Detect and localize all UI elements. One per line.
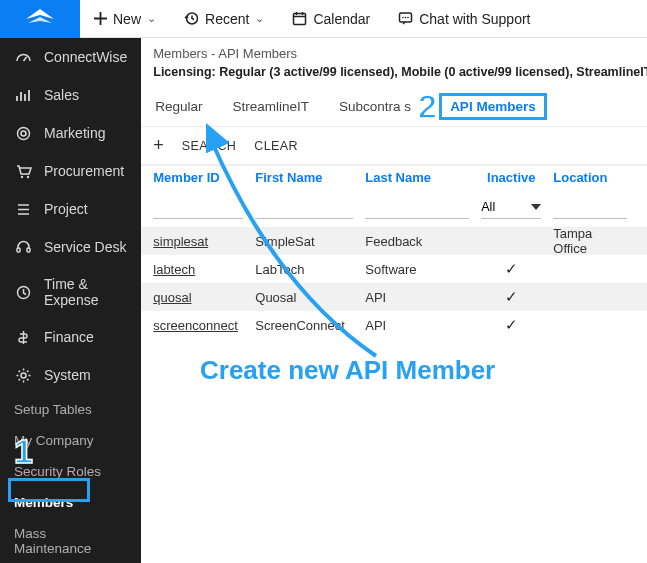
clock-icon xyxy=(14,283,32,301)
sidebar-item-finance[interactable]: Finance xyxy=(0,318,141,356)
tabs-row: Regular StreamlineIT Subcontra s API Mem… xyxy=(141,87,647,127)
col-firstname[interactable]: First Name xyxy=(249,170,359,185)
sidebar-label: Sales xyxy=(44,87,79,103)
add-button[interactable]: + xyxy=(153,135,164,156)
table-row: quosalQuosalAPI✓ xyxy=(141,283,647,311)
table-row: simplesatSimpleSatFeedbackTampa Office xyxy=(141,227,647,255)
breadcrumb: Members - API Members xyxy=(141,38,647,63)
gear-icon xyxy=(14,366,32,384)
col-lastname[interactable]: Last Name xyxy=(359,170,475,185)
cart-icon xyxy=(14,162,32,180)
cell-location: Tampa Office xyxy=(547,226,627,256)
svg-point-13 xyxy=(21,373,26,378)
tab-subcontractors[interactable]: Subcontra s xyxy=(337,93,413,120)
member-link[interactable]: labtech xyxy=(153,262,195,277)
table-row: labtechLabTechSoftware✓ xyxy=(141,255,647,283)
cell-inactive: ✓ xyxy=(475,316,547,334)
chart-icon xyxy=(14,86,32,104)
chat-icon xyxy=(398,11,413,26)
sidebar-item-sales[interactable]: Sales xyxy=(0,76,141,114)
table-row: screenconnectScreenConnectAPI✓ xyxy=(141,311,647,339)
svg-point-6 xyxy=(17,127,29,139)
sidebar-label: System xyxy=(44,367,91,383)
member-link[interactable]: quosal xyxy=(153,290,191,305)
calendar-label: Calendar xyxy=(313,11,370,27)
col-memberid[interactable]: Member ID xyxy=(141,170,249,185)
plus-icon xyxy=(94,12,107,25)
toolbar: + SEARCH CLEAR xyxy=(141,127,647,166)
main-content: Members - API Members Licensing: Regular… xyxy=(141,38,647,563)
sidebar-label: Service Desk xyxy=(44,239,126,255)
new-button[interactable]: New ⌄ xyxy=(80,0,170,38)
sidebar-sub-members[interactable]: Members xyxy=(0,487,141,518)
filter-lastname[interactable] xyxy=(365,195,469,219)
svg-point-5 xyxy=(407,17,409,19)
grid-header: Member ID First Name Last Name Inactive … xyxy=(141,166,647,191)
calendar-icon xyxy=(292,11,307,26)
filter-row: All xyxy=(141,191,647,227)
svg-point-8 xyxy=(20,175,22,177)
calendar-button[interactable]: Calendar xyxy=(278,0,384,38)
sidebar-item-servicedesk[interactable]: Service Desk xyxy=(0,228,141,266)
meter-icon xyxy=(14,48,32,66)
sidebar-item-connectwise[interactable]: ConnectWise xyxy=(0,38,141,76)
svg-rect-10 xyxy=(17,248,20,252)
sidebar-sub-massmaintenance[interactable]: Mass Maintenance xyxy=(0,518,141,563)
finance-icon xyxy=(14,328,32,346)
sidebar-item-system[interactable]: System xyxy=(0,356,141,394)
col-location[interactable]: Location xyxy=(547,170,627,185)
sidebar-sub-securityroles[interactable]: Security Roles xyxy=(0,456,141,487)
svg-point-4 xyxy=(405,17,407,19)
tab-regular[interactable]: Regular xyxy=(153,93,204,120)
svg-point-7 xyxy=(21,131,26,136)
cell-lastname: API xyxy=(359,318,475,333)
sidebar-item-procurement[interactable]: Procurement xyxy=(0,152,141,190)
sidebar-label: Finance xyxy=(44,329,94,345)
clear-button[interactable]: CLEAR xyxy=(254,139,298,153)
filter-location[interactable] xyxy=(553,195,627,219)
member-link[interactable]: simplesat xyxy=(153,234,208,249)
cell-firstname: ScreenConnect xyxy=(249,318,359,333)
cell-firstname: SimpleSat xyxy=(249,234,359,249)
sidebar-label: Marketing xyxy=(44,125,105,141)
cell-firstname: Quosal xyxy=(249,290,359,305)
chevron-down-icon: ⌄ xyxy=(255,12,264,25)
licensing-text: Licensing: Regular (3 active/99 licensed… xyxy=(141,63,647,87)
chevron-down-icon: ⌄ xyxy=(147,12,156,25)
sidebar-label: ConnectWise xyxy=(44,49,127,65)
sidebar-item-project[interactable]: Project xyxy=(0,190,141,228)
cell-inactive: ✓ xyxy=(475,260,547,278)
sidebar-item-timeexpense[interactable]: Time & Expense xyxy=(0,266,141,318)
filter-firstname[interactable] xyxy=(255,195,353,219)
recent-button[interactable]: Recent ⌄ xyxy=(170,0,278,38)
new-label: New xyxy=(113,11,141,27)
sidebar-label: Project xyxy=(44,201,88,217)
brand-logo[interactable] xyxy=(0,0,80,38)
sidebar-sub-mycompany[interactable]: My Company xyxy=(0,425,141,456)
member-link[interactable]: screenconnect xyxy=(153,318,238,333)
recent-label: Recent xyxy=(205,11,249,27)
tab-streamlineit[interactable]: StreamlineIT xyxy=(231,93,312,120)
cell-lastname: Feedback xyxy=(359,234,475,249)
cell-lastname: Software xyxy=(359,262,475,277)
sidebar-sub-setuptables[interactable]: Setup Tables xyxy=(0,394,141,425)
chat-support-button[interactable]: Chat with Support xyxy=(384,0,544,38)
check-icon: ✓ xyxy=(505,288,518,305)
svg-point-9 xyxy=(26,175,28,177)
target-icon xyxy=(14,124,32,142)
filter-inactive[interactable]: All xyxy=(481,195,541,219)
tab-apimembers[interactable]: API Members xyxy=(439,93,547,120)
sidebar-label: Time & Expense xyxy=(44,276,127,308)
cell-inactive: ✓ xyxy=(475,288,547,306)
list-icon xyxy=(14,200,32,218)
svg-rect-1 xyxy=(294,14,306,25)
search-button[interactable]: SEARCH xyxy=(182,139,237,153)
col-inactive[interactable]: Inactive xyxy=(475,170,547,185)
sidebar: ConnectWise Sales Marketing Procurement … xyxy=(0,38,141,563)
check-icon: ✓ xyxy=(505,316,518,333)
history-icon xyxy=(184,11,199,26)
cell-firstname: LabTech xyxy=(249,262,359,277)
svg-point-3 xyxy=(402,17,404,19)
filter-memberid[interactable] xyxy=(153,195,243,219)
sidebar-item-marketing[interactable]: Marketing xyxy=(0,114,141,152)
